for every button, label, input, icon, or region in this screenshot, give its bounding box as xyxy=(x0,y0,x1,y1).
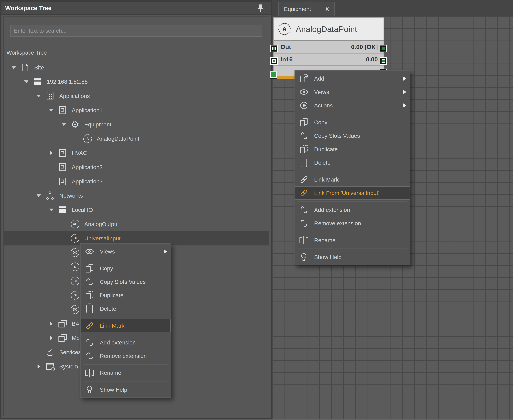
extension-icon xyxy=(298,220,309,227)
tree-item-hvac[interactable]: HVAC xyxy=(4,146,269,160)
analog-data-point-block[interactable]: A AnalogDataPoint Out 0.00 [OK] In16 0.0… xyxy=(273,17,384,79)
tree-item-application1[interactable]: Application1 xyxy=(4,103,269,117)
block-header: A AnalogDataPoint xyxy=(274,18,383,40)
menu-item-label: Link Mark xyxy=(314,176,339,183)
tree-item-applications[interactable]: Applications xyxy=(4,89,269,103)
expander-closed-icon[interactable] xyxy=(46,151,56,155)
expander-open-icon[interactable] xyxy=(34,194,44,197)
tree-item-label: Site xyxy=(34,64,44,71)
tab-close-icon[interactable]: X xyxy=(325,6,329,12)
tab-label: Equipment xyxy=(284,6,311,12)
menu-item-delete[interactable]: Delete xyxy=(295,156,410,169)
menu-item-label: Delete xyxy=(100,306,116,312)
slot-connector-icon[interactable] xyxy=(380,57,387,65)
menu-item-actions[interactable]: Actions xyxy=(295,99,410,112)
tree-item-label: Application3 xyxy=(72,178,103,185)
slot-connector-icon[interactable] xyxy=(380,45,387,52)
eye-icon xyxy=(298,89,309,95)
menu-item-show-help[interactable]: Show Help xyxy=(81,383,171,396)
tree-item-label: Application2 xyxy=(72,164,103,171)
tree-item-label: AnalogDataPoint xyxy=(97,135,139,142)
expander-open-icon[interactable] xyxy=(22,80,31,83)
tree-item-192-168-1-52-88[interactable]: 192.168.1.52:88 xyxy=(4,75,269,89)
application-window-icon xyxy=(56,163,69,171)
menu-item-remove-extension[interactable]: Remove extension xyxy=(295,217,410,230)
divider xyxy=(4,47,269,47)
expander-open-icon[interactable] xyxy=(34,95,44,98)
menu-item-link-mark[interactable]: Link Mark xyxy=(81,319,171,332)
expander-open-icon[interactable] xyxy=(59,123,68,126)
tree-item-site[interactable]: Site xyxy=(4,60,269,75)
menu-item-add[interactable]: Add xyxy=(295,72,410,85)
expander-closed-icon[interactable] xyxy=(46,322,56,326)
menu-item-add-extension[interactable]: Add extension xyxy=(81,336,171,349)
extension-icon xyxy=(298,206,309,214)
menu-item-add-extension[interactable]: Add extension xyxy=(295,203,410,217)
expander-closed-icon[interactable] xyxy=(46,336,56,340)
tree-item-networks[interactable]: Networks xyxy=(4,188,269,203)
tree-item-application2[interactable]: Application2 xyxy=(4,160,269,174)
menu-item-duplicate[interactable]: Duplicate xyxy=(81,289,171,302)
point-circle-icon: UI xyxy=(68,234,82,243)
point-circle-icon: DIC xyxy=(68,248,82,257)
expander-open-icon[interactable] xyxy=(46,209,56,211)
pin-icon[interactable] xyxy=(258,4,263,12)
menu-item-duplicate[interactable]: Duplicate xyxy=(295,142,410,156)
tree-item-local-io[interactable]: Local IO xyxy=(4,203,269,217)
menu-separator xyxy=(295,200,410,203)
menu-item-copy[interactable]: Copy xyxy=(81,262,171,275)
slot-name: Out xyxy=(280,43,291,51)
selection-handle[interactable] xyxy=(270,71,277,78)
slot-value: 0.00 xyxy=(366,56,378,63)
tree-item-label: Applications xyxy=(59,93,90,99)
expander-open-icon[interactable] xyxy=(46,109,56,112)
block-slot-row[interactable]: In16 0.00 xyxy=(274,53,383,65)
menu-separator xyxy=(295,112,410,116)
expander-closed-icon[interactable] xyxy=(34,365,44,368)
menu-item-link-mark[interactable]: Link Mark xyxy=(295,173,410,186)
device-cube-icon xyxy=(31,78,44,85)
slot-connector-icon[interactable] xyxy=(270,45,278,52)
extension-icon xyxy=(84,352,95,360)
search-input[interactable] xyxy=(10,25,262,37)
menu-item-views[interactable]: Views xyxy=(295,85,410,99)
menu-item-label: Link Mark xyxy=(100,322,124,329)
tree-item-label: Equipment xyxy=(84,121,111,128)
tree-item-analogdatapoint[interactable]: AAnalogDataPoint xyxy=(4,132,269,146)
menu-item-label: Delete xyxy=(314,159,330,166)
copy-slots-icon xyxy=(84,278,95,285)
menu-item-label: Add xyxy=(314,75,324,82)
menu-item-rename[interactable]: Rename xyxy=(81,366,171,380)
panel-header: Workspace Tree xyxy=(1,2,271,15)
system-window-icon: ⚙ xyxy=(44,363,57,370)
menu-item-copy-slots-values[interactable]: Copy Slots Values xyxy=(81,275,171,289)
menu-item-remove-extension[interactable]: Remove extension xyxy=(81,349,171,363)
menu-item-copy-slots-values[interactable]: Copy Slots Values xyxy=(295,129,410,142)
menu-item-views[interactable]: Views xyxy=(81,245,171,258)
menu-item-rename[interactable]: Rename xyxy=(295,233,410,247)
link-icon xyxy=(298,178,309,181)
menu-item-delete[interactable]: Delete xyxy=(81,302,171,315)
menu-item-label: Rename xyxy=(314,237,336,243)
tab-equipment[interactable]: Equipment X xyxy=(278,2,335,16)
add-window-icon xyxy=(298,75,309,83)
menu-item-label: Rename xyxy=(100,370,121,376)
tree-item-application3[interactable]: Application3 xyxy=(4,174,269,188)
tree-item-analogoutput[interactable]: AOAnalogOutput xyxy=(4,217,269,231)
window-bottom-edge xyxy=(0,420,513,420)
block-slot-row[interactable]: Out 0.00 [OK] xyxy=(274,41,383,53)
menu-separator xyxy=(81,363,171,366)
slot-connector-icon[interactable] xyxy=(270,57,278,65)
menu-item-link-from-universalinput[interactable]: Link From 'UniversalInput' xyxy=(295,186,410,200)
tree-item-equipment[interactable]: ⚙Equipment xyxy=(4,117,269,132)
expander-open-icon[interactable] xyxy=(9,66,18,69)
duplicate-icon xyxy=(298,145,309,153)
slot-name: In16 xyxy=(280,56,293,63)
point-circle-icon: S xyxy=(68,262,82,271)
extension-icon xyxy=(84,339,95,346)
tree-item-label: UniversalInput xyxy=(84,235,120,242)
menu-item-show-help[interactable]: Show Help xyxy=(295,250,410,264)
applications-grid-icon xyxy=(44,92,57,100)
app-window: { "colors":{ "accent_orange":"#E9A63A","… xyxy=(0,0,513,420)
menu-item-copy[interactable]: Copy xyxy=(295,116,410,129)
